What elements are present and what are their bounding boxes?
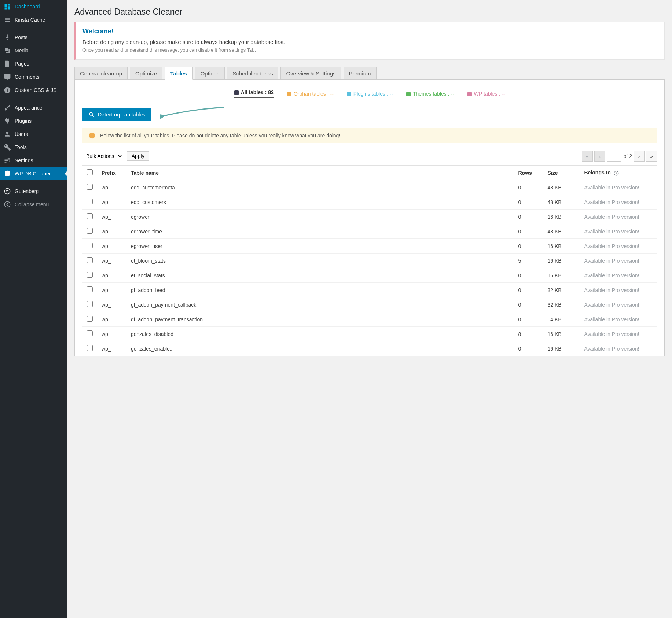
- pagination-last-button[interactable]: »: [646, 151, 657, 162]
- sliders-icon: [4, 157, 11, 164]
- legend-item[interactable]: Themes tables : --: [406, 91, 454, 97]
- sidebar-item-tools[interactable]: Tools: [0, 141, 67, 154]
- pagination: « ‹ of 2 › »: [580, 151, 657, 162]
- tab-general-clean-up[interactable]: General clean-up: [74, 67, 128, 80]
- sidebar-item-settings[interactable]: Settings: [0, 154, 67, 167]
- cell-size: 32 KB: [543, 297, 580, 312]
- cell-prefix: wp_: [97, 312, 126, 327]
- sidebar-item-label: Tools: [15, 144, 27, 150]
- svg-point-2: [5, 189, 10, 194]
- tab-scheduled-tasks[interactable]: Scheduled tasks: [227, 67, 278, 80]
- legend-item[interactable]: Plugins tables : --: [347, 91, 393, 97]
- cell-belongs: Available in Pro version!: [580, 283, 657, 297]
- cell-belongs: Available in Pro version!: [580, 327, 657, 341]
- sidebar-item-kinsta-cache[interactable]: Kinsta Cache: [0, 13, 67, 26]
- legend-color-square: [234, 90, 239, 95]
- legend-label: All tables : 82: [241, 89, 274, 95]
- row-checkbox[interactable]: [87, 184, 93, 190]
- legend-item[interactable]: All tables : 82: [234, 89, 274, 98]
- select-all-checkbox[interactable]: [87, 169, 93, 175]
- sidebar-item-posts[interactable]: Posts: [0, 31, 67, 44]
- row-checkbox[interactable]: [87, 243, 93, 248]
- tab-premium[interactable]: Premium: [344, 67, 377, 80]
- cell-size: 16 KB: [543, 239, 580, 254]
- header-size[interactable]: Size: [543, 166, 580, 180]
- row-checkbox[interactable]: [87, 199, 93, 204]
- table-row: wp_et_bloom_stats516 KBAvailable in Pro …: [82, 254, 657, 268]
- legend-item[interactable]: Orphan tables : --: [287, 91, 334, 97]
- cell-size: 16 KB: [543, 268, 580, 283]
- cell-size: 48 KB: [543, 195, 580, 210]
- warning-icon: [88, 132, 96, 139]
- sidebar-item-appearance[interactable]: Appearance: [0, 101, 67, 114]
- header-belongs[interactable]: Belongs to: [580, 166, 657, 180]
- pagination-prev-button[interactable]: ‹: [594, 151, 605, 162]
- detect-orphan-tables-button[interactable]: Detect orphan tables: [82, 108, 151, 121]
- tab-options[interactable]: Options: [195, 67, 225, 80]
- apply-button[interactable]: Apply: [127, 151, 149, 161]
- cell-rows: 0: [514, 239, 543, 254]
- sidebar-item-label: Media: [15, 48, 29, 53]
- sidebar-item-label: Settings: [15, 158, 33, 163]
- sidebar-item-media[interactable]: Media: [0, 44, 67, 57]
- sidebar-item-dashboard[interactable]: Dashboard: [0, 0, 67, 13]
- sidebar-item-users[interactable]: Users: [0, 127, 67, 141]
- row-checkbox[interactable]: [87, 286, 93, 292]
- row-checkbox[interactable]: [87, 228, 93, 234]
- sidebar-item-collapse-menu[interactable]: Collapse menu: [0, 198, 67, 211]
- svg-rect-10: [616, 172, 616, 172]
- sidebar-item-wp-db-cleaner[interactable]: WP DB Cleaner: [0, 167, 67, 180]
- cell-size: 16 KB: [543, 341, 580, 356]
- sidebar-item-custom-css-js[interactable]: Custom CSS & JS: [0, 84, 67, 97]
- sidebar-item-label: Gutenberg: [15, 188, 39, 194]
- pagination-current-input[interactable]: [607, 151, 621, 162]
- sidebar-item-pages[interactable]: Pages: [0, 57, 67, 70]
- sidebar-item-plugins[interactable]: Plugins: [0, 114, 67, 127]
- legend-item[interactable]: WP tables : --: [467, 91, 505, 97]
- sidebar-item-comments[interactable]: Comments: [0, 70, 67, 84]
- table-row: wp_egrower016 KBAvailable in Pro version…: [82, 210, 657, 224]
- header-prefix[interactable]: Prefix: [97, 166, 126, 180]
- cell-belongs: Available in Pro version!: [580, 254, 657, 268]
- table-row: wp_et_social_stats016 KBAvailable in Pro…: [82, 268, 657, 283]
- cell-size: 16 KB: [543, 210, 580, 224]
- header-rows[interactable]: Rows: [514, 166, 543, 180]
- table-row: wp_gf_addon_payment_transaction064 KBAva…: [82, 312, 657, 327]
- welcome-title: Welcome!: [82, 27, 658, 35]
- tab-optimize[interactable]: Optimize: [130, 67, 162, 80]
- table-row: wp_edd_customermeta048 KBAvailable in Pr…: [82, 180, 657, 195]
- cell-belongs: Available in Pro version!: [580, 195, 657, 210]
- main-content: Advanced Database Cleaner Welcome! Befor…: [67, 0, 672, 364]
- cell-rows: 5: [514, 254, 543, 268]
- pagination-next-button[interactable]: ›: [634, 151, 645, 162]
- sidebar-item-label: Collapse menu: [15, 201, 49, 207]
- tab-overview-settings[interactable]: Overview & Settings: [280, 67, 341, 80]
- welcome-text: Before doing any clean-up, please make s…: [82, 39, 658, 45]
- table-row: wp_gonzales_enabled016 KBAvailable in Pr…: [82, 341, 657, 356]
- welcome-subtext: Once you read and understand this messag…: [82, 47, 658, 53]
- cell-size: 32 KB: [543, 283, 580, 297]
- bulk-actions-select[interactable]: Bulk Actions: [82, 151, 123, 161]
- pagination-first-button[interactable]: «: [582, 151, 593, 162]
- row-checkbox[interactable]: [87, 301, 93, 307]
- page-title: Advanced Database Cleaner: [74, 4, 665, 22]
- svg-rect-7: [92, 137, 92, 137]
- legend-color-square: [287, 92, 291, 96]
- cell-prefix: wp_: [97, 195, 126, 210]
- collapse-icon: [4, 201, 11, 208]
- row-checkbox[interactable]: [87, 316, 93, 322]
- row-checkbox[interactable]: [87, 213, 93, 219]
- stack-icon: [4, 16, 11, 23]
- header-checkbox-cell: [82, 166, 98, 180]
- row-checkbox[interactable]: [87, 330, 93, 336]
- header-name[interactable]: Table name: [126, 166, 514, 180]
- sidebar-item-gutenberg[interactable]: Gutenberg: [0, 185, 67, 198]
- row-checkbox[interactable]: [87, 257, 93, 263]
- row-checkbox[interactable]: [87, 272, 93, 278]
- tab-tables[interactable]: Tables: [165, 67, 192, 80]
- cell-belongs: Available in Pro version!: [580, 210, 657, 224]
- cell-belongs: Available in Pro version!: [580, 180, 657, 195]
- cell-rows: 0: [514, 195, 543, 210]
- tab-content: All tables : 82Orphan tables : --Plugins…: [74, 80, 665, 356]
- row-checkbox[interactable]: [87, 345, 93, 351]
